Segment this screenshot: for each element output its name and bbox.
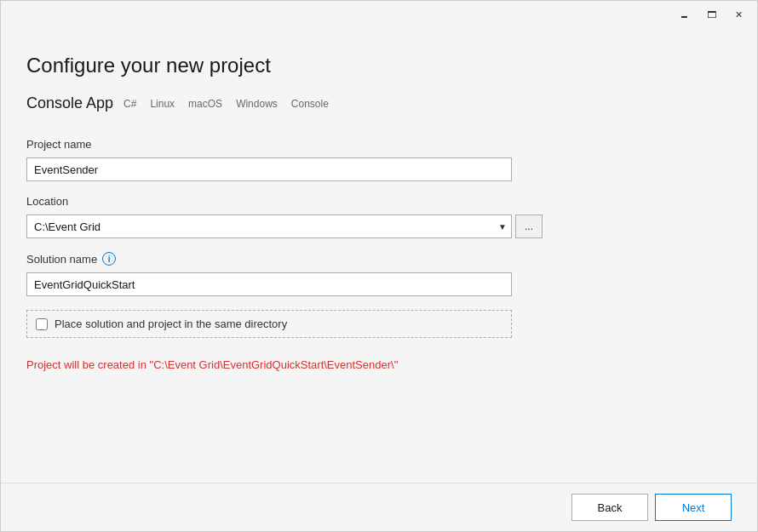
same-directory-label: Place solution and project in the same d… [55, 317, 287, 330]
window-controls: 🗕 🗖 ✕ [672, 6, 750, 23]
browse-button[interactable]: ... [515, 215, 543, 238]
info-icon[interactable]: i [102, 252, 116, 266]
project-path-info: Project will be created in "C:\Event Gri… [26, 358, 732, 371]
tag-linux: Linux [146, 96, 178, 112]
tag-macos: macOS [185, 96, 226, 112]
configure-project-window: 🗕 🗖 ✕ Configure your new project Console… [0, 0, 758, 532]
same-directory-checkbox-row[interactable]: Place solution and project in the same d… [26, 310, 512, 338]
close-button[interactable]: ✕ [726, 6, 750, 23]
title-bar: 🗕 🗖 ✕ [1, 1, 757, 28]
page-title: Configure your new project [26, 54, 732, 77]
solution-name-label: Solution name i [26, 252, 732, 266]
next-button[interactable]: Next [655, 494, 732, 521]
project-name-label: Project name [26, 138, 732, 151]
tag-console: Console [288, 96, 332, 112]
tag-windows: Windows [233, 96, 281, 112]
minimize-button[interactable]: 🗕 [672, 6, 696, 23]
location-group: Location C:\Event Grid ▼ ... [26, 195, 732, 238]
project-name-group: Project name [26, 138, 732, 181]
location-select-wrapper: C:\Event Grid ▼ [26, 215, 512, 238]
project-name-input[interactable] [26, 157, 512, 181]
form-section: Project name Location C:\Event Grid ▼ ..… [26, 138, 732, 466]
tag-csharp: C# [120, 96, 140, 112]
solution-name-input[interactable] [26, 272, 512, 296]
solution-name-group: Solution name i [26, 252, 732, 296]
main-content: Configure your new project Console App C… [1, 28, 757, 483]
back-button[interactable]: Back [571, 494, 648, 521]
maximize-button[interactable]: 🗖 [699, 6, 723, 23]
footer: Back Next [1, 483, 757, 531]
location-select[interactable]: C:\Event Grid [26, 215, 512, 238]
location-row: C:\Event Grid ▼ ... [26, 215, 732, 238]
location-label: Location [26, 195, 732, 208]
subtitle-row: Console App C# Linux macOS Windows Conso… [26, 94, 732, 112]
same-directory-checkbox[interactable] [36, 318, 48, 330]
app-name-label: Console App [26, 94, 113, 112]
